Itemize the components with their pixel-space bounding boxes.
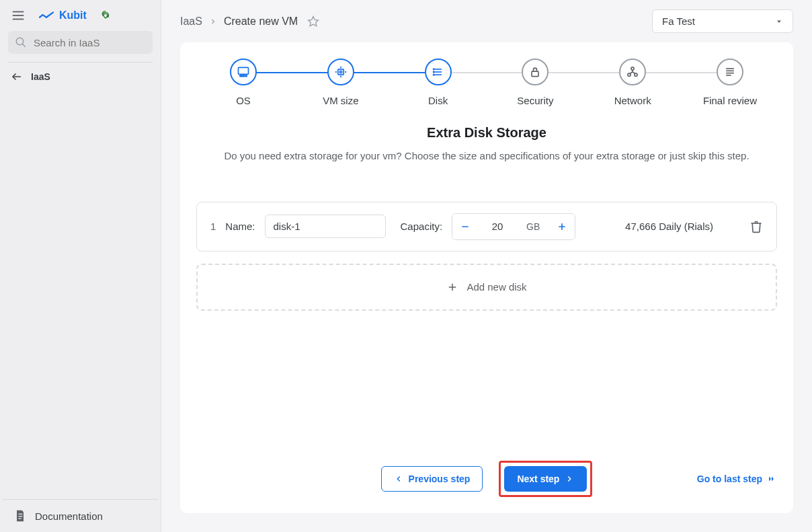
- svg-rect-13: [245, 75, 247, 77]
- arrow-left-icon: [11, 71, 23, 83]
- search-box[interactable]: [8, 31, 153, 54]
- next-label: Next step: [517, 473, 559, 484]
- step-label: Network: [614, 95, 651, 106]
- step-disk[interactable]: Disk: [405, 59, 472, 106]
- svg-marker-42: [769, 477, 771, 482]
- logo-text: Kubit: [59, 9, 87, 22]
- logo[interactable]: Kubit: [39, 9, 87, 22]
- document-icon: [13, 509, 27, 523]
- monitor-icon: [237, 65, 250, 79]
- step-network[interactable]: Network: [599, 59, 666, 106]
- disk-capacity-label: Capacity:: [401, 221, 443, 232]
- search-icon: [15, 36, 27, 48]
- previous-step-button[interactable]: Previous step: [381, 466, 483, 492]
- caret-down-icon: [775, 17, 783, 26]
- network-icon: [626, 65, 639, 79]
- svg-line-31: [630, 72, 633, 74]
- chevron-left-icon: [394, 474, 403, 484]
- menu-icon[interactable]: [11, 8, 26, 23]
- star-icon[interactable]: [307, 15, 319, 28]
- step-label: Final review: [703, 95, 757, 106]
- go-to-last-step-button[interactable]: Go to last step: [697, 473, 777, 484]
- breadcrumb: IaaS Create new VM: [180, 15, 319, 28]
- disk-index: 1: [210, 221, 216, 232]
- step-label: Security: [517, 95, 553, 106]
- list-icon: [723, 65, 737, 79]
- step-label: OS: [236, 95, 251, 106]
- disk-name-label: Name:: [225, 221, 255, 232]
- next-step-button[interactable]: Next step: [504, 466, 587, 492]
- disk-name-input[interactable]: [265, 215, 386, 238]
- breadcrumb-current: Create new VM: [224, 15, 298, 28]
- svg-rect-8: [19, 518, 22, 519]
- disk-icon: [432, 65, 445, 79]
- capacity-unit: GB: [517, 221, 549, 232]
- svg-rect-7: [19, 516, 23, 517]
- workspace-selected: Fa Test: [662, 15, 695, 27]
- plus-icon: [446, 281, 458, 293]
- step-label: VM size: [323, 95, 358, 106]
- sidebar-back-label: IaaS: [31, 71, 50, 82]
- sidebar-back-item[interactable]: IaaS: [0, 63, 161, 91]
- capacity-increase-button[interactable]: [549, 214, 575, 239]
- svg-rect-12: [240, 75, 245, 77]
- search-wrap: [0, 31, 161, 62]
- svg-point-25: [433, 74, 434, 75]
- stepper: OS VM size Disk Security Network Final r…: [196, 59, 777, 106]
- svg-marker-43: [772, 477, 774, 482]
- prev-label: Previous step: [409, 473, 471, 484]
- svg-rect-6: [19, 514, 23, 515]
- logo-mark-icon: [39, 11, 54, 20]
- svg-point-3: [16, 38, 24, 45]
- disk-price: 47,666 Daily (Rials): [625, 221, 713, 232]
- documentation-label: Documentation: [35, 510, 103, 522]
- sidebar-top: Kubit: [0, 0, 161, 31]
- delete-disk-button[interactable]: [749, 220, 763, 233]
- page-subtitle: Do you need extra storage for your vm? C…: [196, 149, 777, 164]
- capacity-stepper: 20 GB: [452, 213, 575, 240]
- sidebar: Kubit IaaS Documentation: [0, 0, 161, 532]
- add-disk-button[interactable]: Add new disk: [196, 264, 777, 311]
- footer-actions: Previous step Next step Go to last step: [196, 461, 777, 497]
- svg-line-32: [633, 72, 635, 74]
- svg-line-4: [22, 44, 26, 47]
- spacer: [0, 91, 161, 499]
- disk-row: 1 Name: Capacity: 20 GB 47,666 Daily (Ri…: [196, 202, 777, 252]
- chevron-right-icon: [565, 474, 574, 484]
- workspace-select[interactable]: Fa Test: [652, 9, 793, 33]
- svg-marker-10: [777, 20, 781, 23]
- svg-point-24: [433, 71, 434, 73]
- capacity-decrease-button[interactable]: [452, 214, 478, 239]
- step-os[interactable]: OS: [210, 59, 277, 106]
- page-title: Extra Disk Storage: [196, 125, 777, 141]
- cpu-icon: [334, 65, 348, 79]
- svg-marker-9: [309, 16, 319, 26]
- chevron-right-icon: [209, 17, 217, 26]
- topbar: IaaS Create new VM Fa Test: [161, 0, 812, 42]
- step-vmsize[interactable]: VM size: [307, 59, 374, 106]
- step-review[interactable]: Final review: [696, 59, 764, 106]
- step-label: Disk: [428, 95, 448, 106]
- capacity-value: 20: [478, 221, 517, 232]
- svg-point-27: [631, 67, 634, 70]
- svg-rect-11: [239, 67, 249, 74]
- content-card: OS VM size Disk Security Network Final r…: [180, 42, 793, 513]
- documentation-link[interactable]: Documentation: [3, 499, 158, 532]
- main: IaaS Create new VM Fa Test OS: [161, 0, 812, 532]
- svg-rect-14: [338, 69, 343, 75]
- last-label: Go to last step: [697, 473, 762, 484]
- next-step-highlight: Next step: [499, 461, 592, 497]
- svg-rect-26: [532, 71, 538, 77]
- svg-point-15: [339, 71, 341, 73]
- double-chevron-right-icon: [766, 475, 777, 483]
- add-disk-label: Add new disk: [466, 281, 526, 293]
- svg-point-23: [433, 69, 434, 70]
- secondary-logo-icon: [100, 10, 111, 21]
- search-input[interactable]: [34, 37, 146, 48]
- step-security[interactable]: Security: [501, 59, 569, 106]
- breadcrumb-root[interactable]: IaaS: [180, 15, 202, 28]
- lock-icon: [528, 65, 542, 79]
